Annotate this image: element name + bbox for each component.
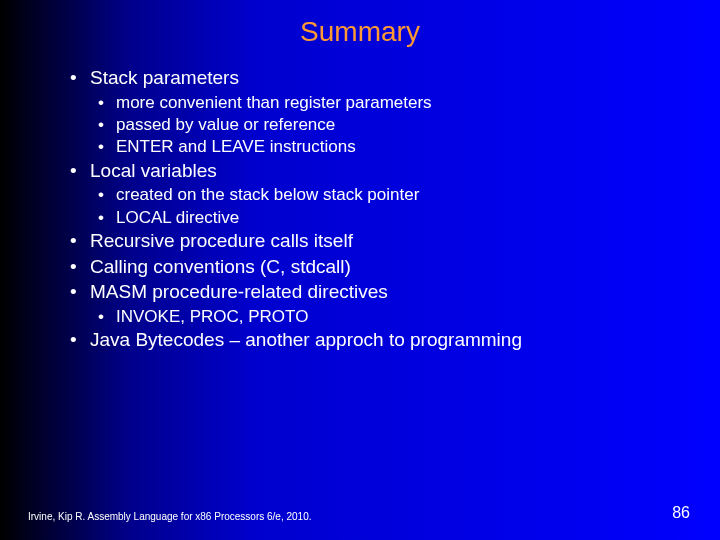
bullet-recursive: Recursive procedure calls itself	[70, 229, 700, 253]
slide: Summary Stack parameters more convenient…	[0, 0, 720, 540]
bullet-local-variables: Local variables	[70, 159, 700, 183]
sub-list: INVOKE, PROC, PROTO	[70, 306, 700, 327]
bullet-stack-parameters: Stack parameters	[70, 66, 700, 90]
sub-bullet: passed by value or reference	[98, 114, 700, 135]
sub-list: more convenient than register parameters…	[70, 92, 700, 158]
bullet-calling-conventions: Calling conventions (C, stdcall)	[70, 255, 700, 279]
slide-content: Stack parameters more convenient than re…	[0, 48, 720, 352]
bullet-java-bytecodes: Java Bytecodes – another approch to prog…	[70, 328, 700, 352]
bullet-masm-directives: MASM procedure-related directives	[70, 280, 700, 304]
sub-bullet: created on the stack below stack pointer	[98, 184, 700, 205]
sub-bullet: ENTER and LEAVE instructions	[98, 136, 700, 157]
sub-bullet: INVOKE, PROC, PROTO	[98, 306, 700, 327]
sub-list: created on the stack below stack pointer…	[70, 184, 700, 228]
footer-citation: Irvine, Kip R. Assembly Language for x86…	[28, 511, 312, 522]
sub-bullet: LOCAL directive	[98, 207, 700, 228]
sub-bullet: more convenient than register parameters	[98, 92, 700, 113]
page-number: 86	[672, 504, 690, 522]
slide-title: Summary	[0, 0, 720, 48]
